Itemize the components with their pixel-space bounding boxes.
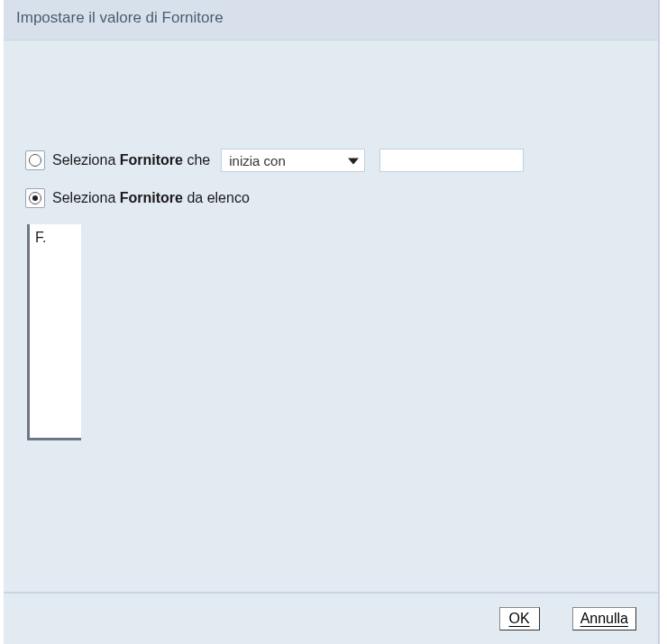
radio-circle-icon — [29, 154, 41, 167]
label-suffix: che — [187, 152, 210, 168]
option-by-list-row: Seleziona Fornitore da elenco — [25, 188, 636, 208]
option-by-list-label: Seleziona Fornitore da elenco — [52, 190, 250, 206]
chevron-down-icon — [348, 159, 359, 165]
radio-by-list[interactable] — [25, 188, 45, 208]
label-bold: Fornitore — [120, 152, 183, 168]
fornitore-listbox[interactable]: F. — [27, 224, 81, 440]
cancel-button[interactable]: Annulla — [572, 607, 636, 630]
dialog-footer: OK Annulla — [4, 592, 658, 644]
label-suffix: da elenco — [187, 190, 249, 205]
radio-by-text[interactable] — [25, 150, 45, 170]
match-value-input[interactable] — [379, 149, 524, 172]
label-prefix: Seleziona — [52, 190, 115, 205]
label-prefix: Seleziona — [52, 152, 115, 168]
label-bold: Fornitore — [120, 190, 183, 205]
radio-circle-icon — [29, 192, 41, 204]
option-by-text-label: Seleziona Fornitore che — [52, 152, 210, 168]
match-type-dropdown[interactable]: inizia con — [221, 149, 365, 172]
dropdown-value: inizia con — [229, 153, 286, 168]
dialog-title: Impostare il valore di Fornitore — [4, 0, 658, 41]
option-by-text-row: Seleziona Fornitore che inizia con — [25, 149, 636, 172]
dialog-body: Seleziona Fornitore che inizia con Selez… — [4, 41, 658, 458]
set-value-dialog: Impostare il valore di Fornitore Selezio… — [4, 0, 660, 644]
ok-button[interactable]: OK — [499, 607, 540, 630]
list-item[interactable]: F. — [35, 230, 76, 246]
radio-dot-icon — [32, 195, 38, 201]
